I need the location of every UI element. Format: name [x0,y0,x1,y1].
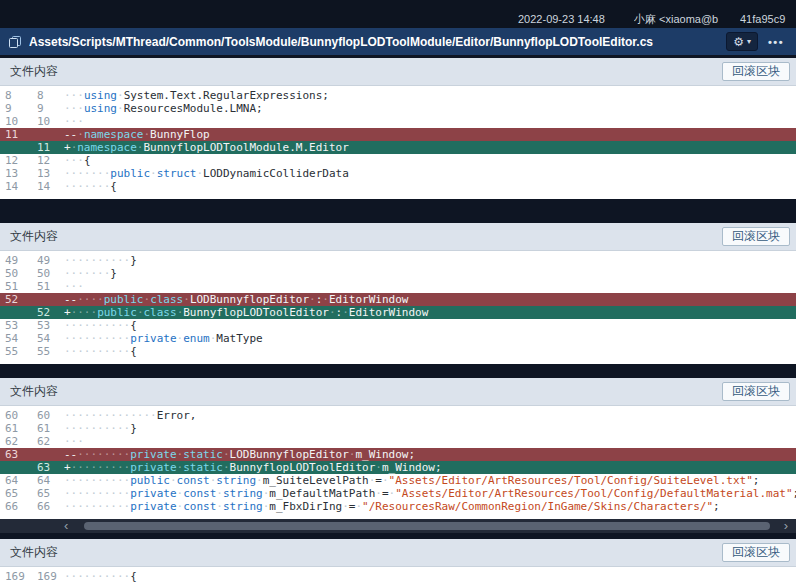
old-line-number: 8 [0,89,32,102]
section-title: 文件内容 [10,228,58,245]
old-line-number: 66 [0,500,32,513]
scroll-right-arrow-icon[interactable]: › [784,519,788,533]
diff-sections: 文件内容回滚区块88···using·System.Text.RegularEx… [0,55,796,584]
code-text: ··········{ [64,570,796,583]
diff-line-context: 1010··· [0,115,796,128]
old-line-number: 55 [0,345,32,358]
diff-section: 文件内容回滚区块6060··············Error,6161····… [0,378,796,533]
old-line-number: 53 [0,319,32,332]
new-line-number: 50 [32,267,64,280]
new-line-number: 49 [32,254,64,267]
new-line-number: 11 [32,141,64,154]
settings-dropdown-button[interactable]: ⚙ ▾ [726,32,758,51]
new-line-number: 9 [32,102,64,115]
new-line-number [32,448,64,461]
new-line-number: 14 [32,180,64,193]
new-line-number: 10 [32,115,64,128]
new-line-number: 64 [32,474,64,487]
diff-line-context: 6666··········private·const·string·m_Fbx… [0,500,796,513]
diff-line-removed: 52--····public·class·LODBunnyflopEditor·… [0,293,796,306]
new-line-number: 66 [32,500,64,513]
old-line-number [0,141,32,154]
old-line-number: 64 [0,474,32,487]
diff-line-context: 1414·······{ [0,180,796,193]
new-line-number [32,293,64,306]
code-block: 4949··········}5050·······}5151···52--··… [0,251,796,364]
code-text: ··· [64,115,796,128]
section-header: 文件内容回滚区块 [0,223,796,251]
code-text: ··· [64,280,796,293]
diff-section: 文件内容回滚区块88···using·System.Text.RegularEx… [0,58,796,199]
code-block: 6060··············Error,6161··········}6… [0,406,796,519]
diff-line-context: 5151··· [0,280,796,293]
diff-line-context: 1313·······public·struct·LODDynamicColli… [0,167,796,180]
new-line-number: 62 [32,435,64,448]
more-options-button[interactable]: ••• [768,36,784,48]
diff-line-context: 4949··········} [0,254,796,267]
diff-line-context: 6060··············Error, [0,409,796,422]
old-line-number: 10 [0,115,32,128]
diff-line-context: 6464··········public·const·string·m_Suit… [0,474,796,487]
rollback-block-button[interactable]: 回滚区块 [722,543,790,562]
new-line-number [32,128,64,141]
old-line-number: 50 [0,267,32,280]
old-line-number: 52 [0,293,32,306]
new-line-number: 52 [32,306,64,319]
code-text: ··············Error, [64,409,796,422]
new-line-number: 53 [32,319,64,332]
new-line-number: 55 [32,345,64,358]
section-title: 文件内容 [10,63,58,80]
rollback-block-button[interactable]: 回滚区块 [722,227,790,246]
diff-line-context: 6262··· [0,435,796,448]
code-text: ···{ [64,154,796,167]
code-text: +····public·class·BunnyflopLODToolEditor… [64,306,796,319]
code-text: +·namespace·BunnyflopLODToolModule.M.Edi… [64,141,796,154]
code-text: ··········{ [64,345,796,358]
old-line-number: 61 [0,422,32,435]
rollback-block-button[interactable]: 回滚区块 [722,62,790,81]
old-line-number: 169 [0,570,32,583]
file-path: Assets/Scripts/MThread/Common/ToolsModul… [29,35,653,49]
horizontal-scrollbar[interactable]: ‹› [0,519,796,533]
new-line-number: 60 [32,409,64,422]
diff-line-context: 6161··········} [0,422,796,435]
scroll-left-arrow-icon[interactable]: ‹ [64,519,68,533]
old-line-number: 60 [0,409,32,422]
commit-row-previous[interactable]: 2022-09-23 14:48 小麻 <xiaoma@b 41fa95c5 [0,2,796,10]
new-line-number: 8 [32,89,64,102]
diff-line-added: 63+·········private·static·BunnyflopLODT… [0,461,796,474]
new-line-number: 61 [32,422,64,435]
diff-line-context: 88···using·System.Text.RegularExpression… [0,89,796,102]
commit-row-selected[interactable]: 2022-09-23 14:48 小麻 <xiaoma@b 41fa95c9 [0,10,796,28]
old-line-number: 9 [0,102,32,115]
new-line-number: 65 [32,487,64,500]
commit-list-topbar: 2022-09-23 14:48 小麻 <xiaoma@b 41fa95c5 2… [0,0,796,28]
diff-line-context: 169169··········{ [0,570,796,583]
caret-down-icon: ▾ [747,38,751,46]
section-header: 文件内容回滚区块 [0,58,796,86]
new-line-number: 169 [32,570,64,583]
code-text: ···using·System.Text.RegularExpressions; [64,89,796,102]
scrollbar-thumb[interactable] [84,522,770,530]
code-text: ··········private·const·string·m_FbxDirI… [64,500,796,513]
code-text: --········private·static·LODBunnyflopEdi… [64,448,796,461]
diff-line-removed: 63--········private·static·LODBunnyflopE… [0,448,796,461]
diff-line-added: 11+·namespace·BunnyflopLODToolModule.M.E… [0,141,796,154]
copy-path-icon[interactable] [8,35,22,49]
file-path-bar: Assets/Scripts/MThread/Common/ToolsModul… [0,28,796,55]
rollback-block-button[interactable]: 回滚区块 [722,382,790,401]
section-title: 文件内容 [10,544,58,561]
old-line-number: 14 [0,180,32,193]
code-text: ···using·ResourcesModule.LMNA; [64,102,796,115]
new-line-number: 51 [32,280,64,293]
code-text: ··········public·const·string·m_SuiteLev… [64,474,796,487]
code-text: ·······{ [64,180,796,193]
code-text: ··········} [64,254,796,267]
diff-section: 文件内容回滚区块4949··········}5050·······}5151·… [0,223,796,364]
old-line-number [0,461,32,474]
code-text: ··········private·enum·MatType [64,332,796,345]
old-line-number: 54 [0,332,32,345]
diff-line-context: 6565··········private·const·string·m_Def… [0,487,796,500]
diff-line-removed: 11--·namespace·BunnyFlop [0,128,796,141]
diff-line-context: 5454··········private·enum·MatType [0,332,796,345]
